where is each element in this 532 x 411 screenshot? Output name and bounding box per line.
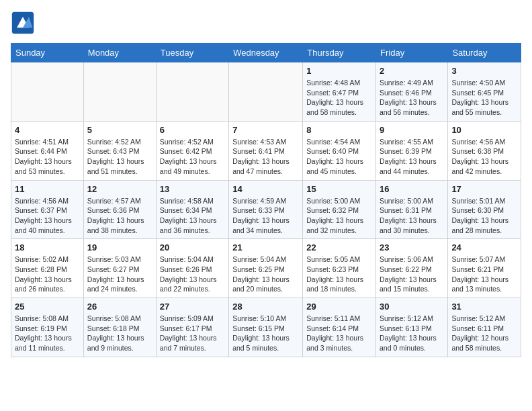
calendar-header: SundayMondayTuesdayWednesdayThursdayFrid… [11, 44, 521, 62]
day-info: Sunrise: 4:50 AM Sunset: 6:45 PM Dayligh… [451, 78, 517, 118]
day-info: Sunrise: 5:12 AM Sunset: 6:11 PM Dayligh… [451, 314, 517, 353]
calendar-week-row: 1Sunrise: 4:48 AM Sunset: 6:47 PM Daylig… [11, 62, 521, 122]
calendar-cell [229, 62, 303, 122]
day-number: 1 [306, 66, 372, 76]
day-info: Sunrise: 4:49 AM Sunset: 6:46 PM Dayligh… [380, 78, 444, 118]
calendar-cell: 29Sunrise: 5:11 AM Sunset: 6:14 PM Dayli… [303, 298, 376, 357]
day-info: Sunrise: 4:54 AM Sunset: 6:40 PM Dayligh… [306, 137, 372, 177]
day-number: 27 [160, 302, 225, 312]
day-number: 12 [87, 184, 152, 194]
calendar-body: 1Sunrise: 4:48 AM Sunset: 6:47 PM Daylig… [11, 62, 521, 357]
day-info: Sunrise: 5:01 AM Sunset: 6:30 PM Dayligh… [451, 196, 517, 236]
day-number: 29 [306, 302, 372, 312]
day-number: 25 [15, 302, 80, 312]
logo-icon [11, 11, 35, 35]
day-info: Sunrise: 5:12 AM Sunset: 6:13 PM Dayligh… [380, 314, 444, 353]
day-number: 9 [380, 125, 444, 135]
day-info: Sunrise: 5:00 AM Sunset: 6:31 PM Dayligh… [380, 196, 444, 236]
calendar-cell: 6Sunrise: 4:52 AM Sunset: 6:42 PM Daylig… [156, 121, 228, 180]
day-info: Sunrise: 5:03 AM Sunset: 6:27 PM Dayligh… [87, 255, 152, 294]
calendar-cell [156, 62, 228, 122]
calendar-cell: 30Sunrise: 5:12 AM Sunset: 6:13 PM Dayli… [376, 298, 448, 357]
day-number: 22 [306, 242, 372, 253]
day-number: 16 [380, 184, 444, 194]
calendar-cell: 11Sunrise: 4:56 AM Sunset: 6:37 PM Dayli… [11, 180, 84, 239]
weekday-header-friday: Friday [376, 44, 448, 62]
day-number: 8 [306, 125, 372, 135]
day-number: 31 [451, 302, 517, 312]
calendar-cell: 2Sunrise: 4:49 AM Sunset: 6:46 PM Daylig… [376, 62, 448, 122]
calendar-cell: 5Sunrise: 4:52 AM Sunset: 6:43 PM Daylig… [83, 121, 156, 180]
calendar-cell: 19Sunrise: 5:03 AM Sunset: 6:27 PM Dayli… [83, 239, 156, 298]
calendar-cell: 24Sunrise: 5:07 AM Sunset: 6:21 PM Dayli… [448, 239, 521, 298]
day-number: 10 [451, 125, 517, 135]
day-info: Sunrise: 5:08 AM Sunset: 6:19 PM Dayligh… [15, 314, 80, 353]
day-number: 26 [87, 302, 152, 312]
calendar-week-row: 11Sunrise: 4:56 AM Sunset: 6:37 PM Dayli… [11, 180, 521, 239]
calendar-cell: 27Sunrise: 5:09 AM Sunset: 6:17 PM Dayli… [156, 298, 228, 357]
calendar-cell: 23Sunrise: 5:06 AM Sunset: 6:22 PM Dayli… [376, 239, 448, 298]
calendar-week-row: 18Sunrise: 5:02 AM Sunset: 6:28 PM Dayli… [11, 239, 521, 298]
calendar-cell: 13Sunrise: 4:58 AM Sunset: 6:34 PM Dayli… [156, 180, 228, 239]
day-info: Sunrise: 4:52 AM Sunset: 6:42 PM Dayligh… [160, 137, 225, 177]
day-info: Sunrise: 5:06 AM Sunset: 6:22 PM Dayligh… [380, 255, 444, 294]
day-info: Sunrise: 5:05 AM Sunset: 6:23 PM Dayligh… [306, 255, 372, 294]
calendar-cell: 26Sunrise: 5:08 AM Sunset: 6:18 PM Dayli… [83, 298, 156, 357]
calendar-cell [83, 62, 156, 122]
day-info: Sunrise: 4:53 AM Sunset: 6:41 PM Dayligh… [232, 137, 299, 177]
day-info: Sunrise: 4:51 AM Sunset: 6:44 PM Dayligh… [15, 137, 80, 177]
calendar-cell: 25Sunrise: 5:08 AM Sunset: 6:19 PM Dayli… [11, 298, 84, 357]
day-info: Sunrise: 5:04 AM Sunset: 6:26 PM Dayligh… [160, 255, 225, 294]
calendar-cell: 1Sunrise: 4:48 AM Sunset: 6:47 PM Daylig… [303, 62, 376, 122]
weekday-header-tuesday: Tuesday [156, 44, 228, 62]
logo [11, 11, 39, 35]
day-number: 23 [380, 242, 444, 253]
day-info: Sunrise: 5:00 AM Sunset: 6:32 PM Dayligh… [306, 196, 372, 236]
day-info: Sunrise: 4:52 AM Sunset: 6:43 PM Dayligh… [87, 137, 152, 177]
calendar-cell: 3Sunrise: 4:50 AM Sunset: 6:45 PM Daylig… [448, 62, 521, 122]
calendar-cell: 8Sunrise: 4:54 AM Sunset: 6:40 PM Daylig… [303, 121, 376, 180]
day-info: Sunrise: 5:09 AM Sunset: 6:17 PM Dayligh… [160, 314, 225, 353]
calendar-cell: 18Sunrise: 5:02 AM Sunset: 6:28 PM Dayli… [11, 239, 84, 298]
day-info: Sunrise: 5:11 AM Sunset: 6:14 PM Dayligh… [306, 314, 372, 353]
calendar-week-row: 25Sunrise: 5:08 AM Sunset: 6:19 PM Dayli… [11, 298, 521, 357]
calendar-cell: 10Sunrise: 4:56 AM Sunset: 6:38 PM Dayli… [448, 121, 521, 180]
day-info: Sunrise: 5:08 AM Sunset: 6:18 PM Dayligh… [87, 314, 152, 353]
calendar-week-row: 4Sunrise: 4:51 AM Sunset: 6:44 PM Daylig… [11, 121, 521, 180]
day-number: 18 [15, 242, 80, 253]
calendar-cell: 4Sunrise: 4:51 AM Sunset: 6:44 PM Daylig… [11, 121, 84, 180]
day-number: 20 [160, 242, 225, 253]
calendar-cell: 17Sunrise: 5:01 AM Sunset: 6:30 PM Dayli… [448, 180, 521, 239]
day-number: 17 [451, 184, 517, 194]
day-info: Sunrise: 5:04 AM Sunset: 6:25 PM Dayligh… [232, 255, 299, 294]
day-info: Sunrise: 5:07 AM Sunset: 6:21 PM Dayligh… [451, 255, 517, 294]
calendar-cell: 20Sunrise: 5:04 AM Sunset: 6:26 PM Dayli… [156, 239, 228, 298]
day-number: 30 [380, 302, 444, 312]
calendar-cell: 7Sunrise: 4:53 AM Sunset: 6:41 PM Daylig… [229, 121, 303, 180]
day-info: Sunrise: 4:55 AM Sunset: 6:39 PM Dayligh… [380, 137, 444, 177]
calendar-table: SundayMondayTuesdayWednesdayThursdayFrid… [11, 43, 521, 357]
weekday-row: SundayMondayTuesdayWednesdayThursdayFrid… [11, 44, 521, 62]
day-number: 21 [232, 242, 299, 253]
calendar-cell [11, 62, 84, 122]
day-info: Sunrise: 4:56 AM Sunset: 6:38 PM Dayligh… [451, 137, 517, 177]
calendar-cell: 22Sunrise: 5:05 AM Sunset: 6:23 PM Dayli… [303, 239, 376, 298]
day-number: 6 [160, 125, 225, 135]
page-header [11, 11, 521, 35]
day-info: Sunrise: 4:58 AM Sunset: 6:34 PM Dayligh… [160, 196, 225, 236]
day-info: Sunrise: 4:48 AM Sunset: 6:47 PM Dayligh… [306, 78, 372, 118]
weekday-header-wednesday: Wednesday [229, 44, 303, 62]
calendar-cell: 31Sunrise: 5:12 AM Sunset: 6:11 PM Dayli… [448, 298, 521, 357]
calendar-cell: 12Sunrise: 4:57 AM Sunset: 6:36 PM Dayli… [83, 180, 156, 239]
calendar-cell: 16Sunrise: 5:00 AM Sunset: 6:31 PM Dayli… [376, 180, 448, 239]
day-number: 2 [380, 66, 444, 76]
calendar-cell: 21Sunrise: 5:04 AM Sunset: 6:25 PM Dayli… [229, 239, 303, 298]
calendar-cell: 14Sunrise: 4:59 AM Sunset: 6:33 PM Dayli… [229, 180, 303, 239]
day-number: 11 [15, 184, 80, 194]
calendar-cell: 15Sunrise: 5:00 AM Sunset: 6:32 PM Dayli… [303, 180, 376, 239]
calendar-cell: 28Sunrise: 5:10 AM Sunset: 6:15 PM Dayli… [229, 298, 303, 357]
day-number: 28 [232, 302, 299, 312]
day-number: 5 [87, 125, 152, 135]
weekday-header-saturday: Saturday [448, 44, 521, 62]
day-number: 24 [451, 242, 517, 253]
